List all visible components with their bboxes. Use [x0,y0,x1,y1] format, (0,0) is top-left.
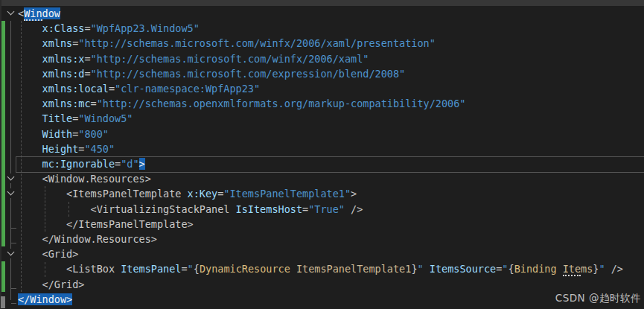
code-line[interactable]: Height="450" [18,141,115,156]
code-token: "http://schemas.microsoft.com/winfx/2006… [91,53,369,65]
code-token: "True" [308,203,345,215]
code-token: Binding [514,263,557,275]
highlighted-token: </Window> [18,293,72,305]
fold-end-tick [11,288,16,289]
code-token: x:Class [42,22,85,34]
change-indicator-bar [1,202,5,217]
change-indicator-bar [1,232,5,246]
code-token: = [302,203,308,215]
fold-end-tick [11,228,16,229]
code-line[interactable]: Title="Window5" [18,111,133,126]
code-token: < [18,7,24,19]
code-token: " [418,263,424,275]
code-token [18,22,42,34]
fold-collapse-arrow[interactable] [6,188,16,198]
code-token: <ListBox [18,263,121,275]
code-line[interactable]: </Grid> [18,277,84,292]
code-token [18,53,42,65]
change-indicator-bar [1,51,5,66]
code-token: IsItemsHost [236,203,302,215]
code-token: </ItemsPanelTemplate> [18,218,194,230]
csdn-watermark: CSDN @趋时软件 [555,292,641,305]
code-token: = [91,98,97,109]
code-token: = [115,158,121,170]
highlighted-token: Win [24,7,42,21]
code-token: "http://schemas.openxmlformats.org/marku… [97,98,466,109]
code-token: /> [345,203,363,215]
change-indicator-bar [1,21,5,36]
fold-collapse-arrow[interactable] [6,173,16,183]
code-token: mc:Ignorable [42,158,115,170]
fold-end-tick [11,243,16,243]
code-token: "Window5" [78,112,133,124]
code-token [18,37,42,49]
change-indicator-bar [1,156,5,171]
code-token [18,143,42,155]
code-token [290,263,296,275]
code-line[interactable]: <ListBox ItemsPanel="{DynamicResource It… [18,261,623,276]
code-token: > [351,188,357,200]
highlighted-token: > [139,158,145,170]
code-line[interactable]: <VirtualizingStackPanel IsItemsHost="Tru… [18,202,363,217]
code-token: x:Key [188,188,218,200]
code-token: " [188,263,194,275]
code-token: "WpfApp23.Window5" [91,22,200,34]
xaml-editor-window: <Window x:Class="WpfApp23.Window5" xmlns… [0,0,644,309]
highlighted-token: dow [42,7,60,19]
code-token: ItemsPanel [121,263,181,275]
code-token: { [194,263,200,275]
code-token: <VirtualizingStackPanel [18,203,236,215]
top-divider-strip [0,0,644,6]
code-token: ms [581,263,593,275]
code-token [18,112,42,124]
code-line[interactable]: mc:Ignorable="d"> [18,156,145,171]
code-line[interactable]: xmlns:local="clr-namespace:WpfApp23" [18,81,260,96]
code-line[interactable]: xmlns:x="http://schemas.microsoft.com/wi… [18,51,369,66]
code-line[interactable]: </ItemsPanelTemplate> [18,217,194,232]
code-token: "clr-namespace:WpfApp23" [115,83,260,95]
code-token: Height [42,143,79,155]
change-indicator-bar [1,171,5,186]
code-line[interactable]: xmlns:mc="http://schemas.openxmlformats.… [18,96,465,111]
change-indicator-bar [1,111,5,126]
code-line[interactable]: xmlns="http://schemas.microsoft.com/winf… [18,36,436,51]
fold-collapse-arrow[interactable] [6,8,16,18]
code-line[interactable]: xmlns:d="http://schemas.microsoft.com/ex… [18,66,405,81]
code-token: /> [605,263,623,275]
code-token: Width [42,128,73,140]
code-line[interactable]: <Grid> [18,246,78,261]
code-line[interactable]: <ItemsPanelTemplate x:Key="ItemsPanelTem… [18,186,357,201]
code-token: ItemsPanelTemplate1 [296,263,411,275]
code-token [18,83,42,95]
code-line[interactable]: </Window.Resources> [18,232,157,246]
code-token: = [109,83,115,95]
change-indicator-bar [1,186,5,201]
change-indicator-bar [1,66,5,81]
code-token: = [84,53,90,65]
code-token [424,263,430,275]
code-token: = [181,263,187,275]
code-token: = [84,22,90,34]
code-line[interactable]: <Window [18,6,60,21]
code-token: " [599,263,605,275]
fold-end-tick [11,303,16,304]
code-token: Ite [563,263,581,276]
change-indicator-bar [1,261,5,276]
change-indicator-bar [1,127,5,141]
fold-collapse-arrow[interactable] [6,249,16,258]
code-token: xmlns:local [42,83,109,95]
code-token: ItemsSource [430,263,496,275]
code-token: </Grid> [18,278,84,290]
code-token: DynamicResource [200,263,290,275]
code-token: "http://schemas.microsoft.com/expression… [91,68,406,80]
code-line[interactable]: Width="800" [18,127,109,141]
code-token: = [84,68,90,80]
code-line[interactable]: x:Class="WpfApp23.Window5" [18,21,200,36]
code-token: <Window.Resources> [18,173,151,185]
code-token: "http://schemas.microsoft.com/winfx/2006… [78,37,436,49]
code-token: "800" [78,128,109,140]
code-line[interactable]: <Window.Resources> [18,171,151,186]
code-token [18,68,42,80]
change-indicator-bar [1,36,5,51]
code-line[interactable]: </Window> [18,292,72,307]
